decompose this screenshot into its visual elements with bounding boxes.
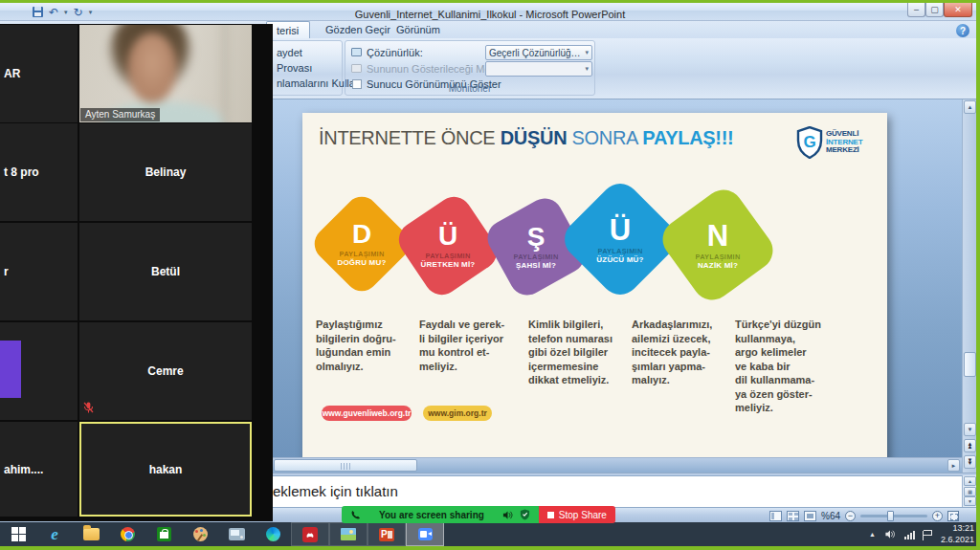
taskbar-file-explorer[interactable] — [73, 522, 109, 546]
slideshow-view-icon[interactable] — [804, 511, 816, 521]
titlebar[interactable]: Guvenli_Internet_Kullanimi_Ilkokul - Mic… — [0, 3, 980, 21]
chrome-icon — [121, 527, 135, 541]
participant-tile-cut-3[interactable]: r — [0, 223, 78, 320]
notes-scroll-down-icon[interactable]: ▼ — [964, 496, 976, 506]
save-icon[interactable] — [33, 7, 43, 17]
maximize-button[interactable]: ▢ — [925, 3, 944, 17]
link-guvenliweb[interactable]: www.guvenliweb.org.tr — [322, 406, 412, 421]
undo-dropdown-icon[interactable]: ▾ — [64, 9, 68, 16]
notes-placeholder[interactable]: eklemek için tıklatın — [273, 483, 962, 499]
participant-name-label: Ayten Samurkaş — [80, 108, 160, 121]
chevron-down-icon: ▾ — [585, 65, 589, 73]
svg-text:G: G — [803, 133, 815, 151]
body-text-2: Faydalı ve gerek- li bilgiler içeriyor m… — [419, 318, 521, 373]
audio-icon[interactable] — [502, 510, 513, 520]
hidden-icons-chevron-icon[interactable]: ▲ — [869, 531, 876, 538]
zoom-level: %64 — [821, 511, 840, 521]
notes-scrollbar[interactable]: ▲ ▦ ▼ — [962, 475, 976, 507]
action-center-flag-icon[interactable] — [924, 530, 932, 536]
taskbar-paint[interactable] — [182, 522, 218, 546]
taskbar-photos[interactable] — [329, 522, 368, 546]
body-text-3: Kimlik bilgileri, telefon numarası gibi … — [528, 318, 630, 387]
powerpoint-icon: P — [379, 528, 394, 541]
share-border-bottom — [0, 546, 980, 550]
taskbar-acrobat[interactable] — [291, 522, 329, 546]
monitors-group-caption: Monitörler — [345, 83, 594, 94]
body-text-1: Paylaştığımız bilgilerin doğru- luğundan… — [316, 318, 413, 373]
notes-pane[interactable]: eklemek için tıklatın — [270, 475, 962, 507]
ribbon-item-rehearse[interactable]: Provası — [277, 62, 312, 74]
system-tray: ▲ 13:21 2.6.2021 — [869, 522, 980, 546]
zoom-out-icon[interactable]: − — [845, 511, 856, 521]
qat-customize-icon[interactable]: ▾ — [89, 9, 93, 16]
participant-tile-belinay[interactable]: Belinay — [79, 123, 252, 221]
volume-icon[interactable] — [884, 529, 896, 539]
ribbon-item-save[interactable]: aydet — [277, 47, 302, 58]
notes-scroll-thumb[interactable]: ▦ — [964, 487, 976, 496]
sharing-message: You are screen sharing — [368, 510, 496, 520]
folder-icon — [83, 528, 100, 540]
zoom-slider[interactable] — [860, 515, 927, 517]
participant-tile-cut-1[interactable]: AR — [0, 25, 78, 122]
participant-tile-cut-5[interactable]: ahim.... — [0, 422, 78, 517]
zoom-in-icon[interactable]: + — [932, 511, 943, 521]
help-icon[interactable]: ? — [956, 24, 969, 37]
participant-tile-hakan-active[interactable]: hakan — [79, 422, 252, 517]
tray-clock[interactable]: 13:21 2.6.2021 — [941, 523, 974, 545]
tray-time: 13:21 — [941, 523, 974, 534]
undo-icon[interactable]: ↶ — [49, 7, 58, 18]
security-shield-icon[interactable] — [520, 509, 530, 520]
taskbar-chrome[interactable] — [109, 522, 145, 546]
scroll-right-icon[interactable]: ► — [947, 459, 960, 472]
stop-share-button[interactable]: Stop Share — [539, 506, 615, 523]
guvenli-internet-merkezi-logo: G GÜVENLİ İNTERNET MERKEZİ — [796, 123, 884, 162]
logo-text: GÜVENLİ İNTERNET MERKEZİ — [826, 130, 862, 156]
taskbar-powerpoint[interactable]: P — [368, 522, 406, 546]
previous-slide-icon[interactable]: ▲▲ — [964, 439, 976, 452]
slide[interactable]: İNTERNETTE ÖNCE DÜŞÜN SONRA PAYLAŞ!!! G … — [302, 113, 887, 467]
vertical-scroll-thumb[interactable] — [964, 352, 976, 377]
participant-tile-cemre[interactable]: Cemre — [79, 322, 252, 420]
taskbar: e P ▲ 13:21 2.6.2021 — [0, 522, 980, 546]
taskbar-zoom-active[interactable] — [406, 522, 444, 546]
next-slide-icon[interactable]: ▼▼ — [964, 455, 976, 469]
zoom-slider-thumb[interactable] — [887, 511, 894, 521]
resolution-label: Çözünürlük: — [367, 47, 423, 58]
close-button[interactable]: ✕ — [944, 3, 972, 17]
windows-logo-icon — [11, 527, 26, 541]
screen-share-bar: You are screen sharing Stop Share — [342, 506, 615, 523]
scroll-down-icon[interactable]: ▼ — [964, 423, 976, 436]
start-button[interactable] — [0, 522, 36, 546]
participant-tile-cut-2[interactable]: t 8 pro — [0, 123, 78, 221]
taskbar-screen-share-app[interactable] — [218, 522, 255, 546]
horizontal-scroll-thumb[interactable] — [274, 459, 417, 472]
acrobat-icon — [302, 527, 318, 542]
zoom-meeting-window: AR Ayten Samurkaş t 8 pro Belinay r Betü… — [0, 24, 273, 521]
slide-sorter-view-icon[interactable] — [787, 511, 799, 521]
network-signal-icon[interactable] — [904, 530, 915, 539]
taskbar-edge[interactable] — [255, 522, 291, 546]
vertical-scrollbar[interactable]: ▲ ▼ ▲▲ ▼▼ — [962, 99, 976, 473]
ribbon-group-setup: aydet Provası nlamalarını Kullan — [270, 40, 343, 96]
fit-to-window-icon[interactable] — [947, 511, 959, 521]
tray-date: 2.6.2021 — [941, 535, 974, 545]
monitor-dropdown[interactable]: ▾ — [485, 61, 592, 77]
taskbar-microsoft-store[interactable] — [145, 522, 182, 546]
tab-view[interactable]: Görünüm — [387, 21, 450, 38]
participant-video-tile[interactable]: Ayten Samurkaş — [79, 25, 252, 122]
taskbar-internet-explorer[interactable]: e — [36, 522, 73, 546]
link-gim[interactable]: www.gim.org.tr — [423, 406, 492, 421]
scroll-up-icon[interactable]: ▲ — [964, 100, 976, 114]
sharing-status: You are screen sharing — [342, 506, 539, 523]
minimize-button[interactable]: – — [907, 3, 925, 17]
notes-scroll-up-icon[interactable]: ▲ — [964, 476, 976, 486]
participant-tile-betul[interactable]: Betül — [79, 223, 252, 320]
redo-icon[interactable]: ↻ — [74, 7, 83, 18]
horizontal-scrollbar[interactable]: ► — [270, 457, 962, 473]
resolution-dropdown[interactable]: Geçerli Çözünürlüğü K... ▾ — [485, 45, 592, 60]
normal-view-icon[interactable] — [769, 511, 782, 521]
chevron-down-icon: ▾ — [585, 49, 589, 56]
photos-icon — [341, 528, 356, 540]
participant-tile-cut-4[interactable] — [0, 322, 78, 420]
ribbon-group-monitors: Çözünürlük: Geçerli Çözünürlüğü K... ▾ S… — [345, 40, 595, 96]
